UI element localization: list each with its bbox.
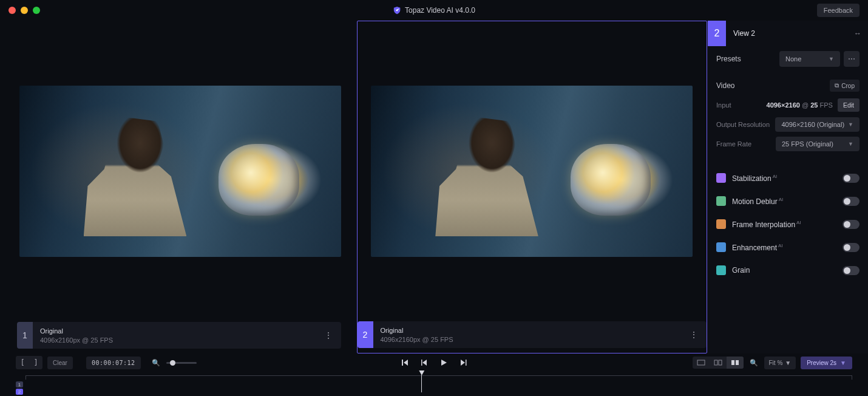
chevron-down-icon: ▼ <box>840 360 846 366</box>
maximize-window-button[interactable] <box>33 7 40 14</box>
effect-name: Motion DeblurAI <box>732 197 783 206</box>
preview-button[interactable]: Preview 2s ▼ <box>801 357 852 369</box>
step-back-button[interactable] <box>419 357 430 368</box>
view-meta-1: 4096x2160px @ 25 FPS <box>40 336 113 344</box>
view-index-2: 2 <box>358 321 373 348</box>
input-value: 4096×2160 @ 25 FPS <box>767 101 833 109</box>
effects-section: StabilizationAI Motion DeblurAI Frame In… <box>708 160 868 288</box>
svg-rect-1 <box>714 360 717 365</box>
effect-row-enhancement[interactable]: EnhancementAI <box>716 236 860 259</box>
effect-icon <box>716 173 726 183</box>
mark-out-button[interactable]: ] <box>29 356 42 369</box>
chevron-down-icon: ▼ <box>785 360 791 366</box>
app-title-text: Topaz Video AI v4.0.0 <box>405 6 475 15</box>
effect-icon <box>716 219 726 229</box>
playback-controls <box>399 357 469 368</box>
effect-name: Frame InterpolationAI <box>732 220 801 229</box>
frame-rate-label: Frame Rate <box>716 140 751 148</box>
output-res-value: 4096×2160 (Original) <box>781 121 844 128</box>
mark-in-button[interactable]: [ <box>16 356 29 369</box>
sidebar-view-index: 2 <box>708 21 726 46</box>
timecode-display: 00:00:07:12 <box>86 357 141 369</box>
effect-toggle[interactable] <box>843 174 860 183</box>
viewer-panel-2[interactable]: 2 Original 4096x2160px @ 25 FPS ⋮ <box>357 21 708 353</box>
step-forward-button[interactable] <box>458 357 469 368</box>
zoom-slider[interactable] <box>166 362 197 364</box>
effect-toggle[interactable] <box>843 220 860 229</box>
crop-button[interactable]: ⧉ Crop <box>830 80 860 92</box>
viewer-area: 1 Original 4096x2160px @ 25 FPS ⋮ 2 Orig… <box>0 21 707 353</box>
video-section: Video ⧉ Crop Input 4096×2160 @ 25 FPS Ed… <box>708 75 868 160</box>
chevron-down-icon: ▼ <box>829 56 834 62</box>
view-mode-group <box>693 357 744 369</box>
effect-row-frame-interpolation[interactable]: Frame InterpolationAI <box>716 213 860 236</box>
expand-icon[interactable]: ↔ <box>847 23 868 44</box>
sidebar-header: 2 View 2 ↔ <box>708 21 868 46</box>
effect-icon <box>716 265 726 275</box>
effect-row-stabilization[interactable]: StabilizationAI <box>716 166 860 189</box>
zoom-out-icon[interactable]: 🔍 <box>151 359 161 367</box>
timeline-controls: [ ] Clear 00:00:07:12 🔍 🔍 Fit % ▼ <box>16 353 852 372</box>
play-button[interactable] <box>438 357 449 368</box>
sidebar-view-title: View 2 <box>726 29 847 38</box>
title-bar: Topaz Video AI v4.0.0 Feedback <box>0 0 868 21</box>
video-frame-1 <box>17 21 344 322</box>
fit-select[interactable]: Fit % ▼ <box>764 357 796 369</box>
view-info-2: Original 4096x2160px @ 25 FPS <box>373 327 453 343</box>
minimize-window-button[interactable] <box>21 7 28 14</box>
go-to-start-button[interactable] <box>399 357 410 368</box>
effect-name: EnhancementAI <box>732 243 783 252</box>
preview-label: Preview 2s <box>807 360 836 366</box>
presets-more-button[interactable]: ⋯ <box>844 51 860 67</box>
svg-rect-2 <box>719 360 722 365</box>
layout-split-button[interactable] <box>710 357 727 369</box>
timeline-ruler <box>25 375 852 377</box>
chevron-down-icon: ▼ <box>848 121 853 128</box>
frame-rate-select[interactable]: 25 FPS (Original) ▼ <box>776 137 860 151</box>
feedback-button[interactable]: Feedback <box>817 4 860 17</box>
viewer-panel-1[interactable]: 1 Original 4096x2160px @ 25 FPS ⋮ <box>0 21 350 353</box>
frame-rate-value: 25 FPS (Original) <box>782 140 833 148</box>
effect-row-motion-deblur[interactable]: Motion DeblurAI <box>716 189 860 213</box>
svg-rect-0 <box>697 360 705 365</box>
in-out-brackets: [ ] <box>16 356 42 369</box>
fit-label: Fit % <box>769 360 783 366</box>
timeline-track[interactable]: 1 2 <box>16 375 852 394</box>
main-area: 1 Original 4096x2160px @ 25 FPS ⋮ 2 Orig… <box>0 21 868 353</box>
effect-toggle[interactable] <box>843 266 860 275</box>
app-title: Topaz Video AI v4.0.0 <box>393 6 475 15</box>
video-label: Video <box>716 81 734 90</box>
sidebar: 2 View 2 ↔ Presets None ▼ ⋯ Video ⧉ <box>707 21 868 353</box>
playhead[interactable] <box>421 374 422 392</box>
effect-row-grain[interactable]: Grain <box>716 259 860 282</box>
presets-value: None <box>785 55 801 63</box>
right-controls: 🔍 Fit % ▼ Preview 2s ▼ <box>693 357 853 369</box>
effect-toggle[interactable] <box>843 243 860 252</box>
view-menu-button-1[interactable]: ⋮ <box>316 330 341 340</box>
effect-name: StabilizationAI <box>732 174 777 183</box>
clear-button[interactable]: Clear <box>47 357 73 369</box>
view-footer-2: 2 Original 4096x2160px @ 25 FPS ⋮ <box>358 321 707 348</box>
output-res-select[interactable]: 4096×2160 (Original) ▼ <box>775 117 860 132</box>
presets-select[interactable]: None ▼ <box>779 51 840 67</box>
video-frame-2 <box>366 21 699 321</box>
crop-icon: ⧉ <box>835 82 839 89</box>
view-footer-1: 1 Original 4096x2160px @ 25 FPS ⋮ <box>17 322 341 349</box>
svg-rect-3 <box>731 360 734 365</box>
view-title-1: Original <box>40 327 113 335</box>
effect-icon <box>716 196 726 206</box>
layout-side-by-side-button[interactable] <box>727 357 744 369</box>
close-window-button[interactable] <box>8 7 16 14</box>
zoom-icon[interactable]: 🔍 <box>748 359 759 367</box>
effect-name: Grain <box>732 266 750 275</box>
track-row-labels: 1 2 <box>16 381 23 395</box>
layout-single-button[interactable] <box>693 357 710 369</box>
crop-label: Crop <box>841 83 855 89</box>
video-preview-2 <box>371 86 693 257</box>
window-controls <box>8 7 40 14</box>
input-edit-button[interactable]: Edit <box>838 98 860 112</box>
chevron-down-icon: ▼ <box>848 141 853 147</box>
view-menu-button-2[interactable]: ⋮ <box>681 330 707 340</box>
svg-rect-4 <box>736 360 739 365</box>
effect-toggle[interactable] <box>843 197 860 206</box>
